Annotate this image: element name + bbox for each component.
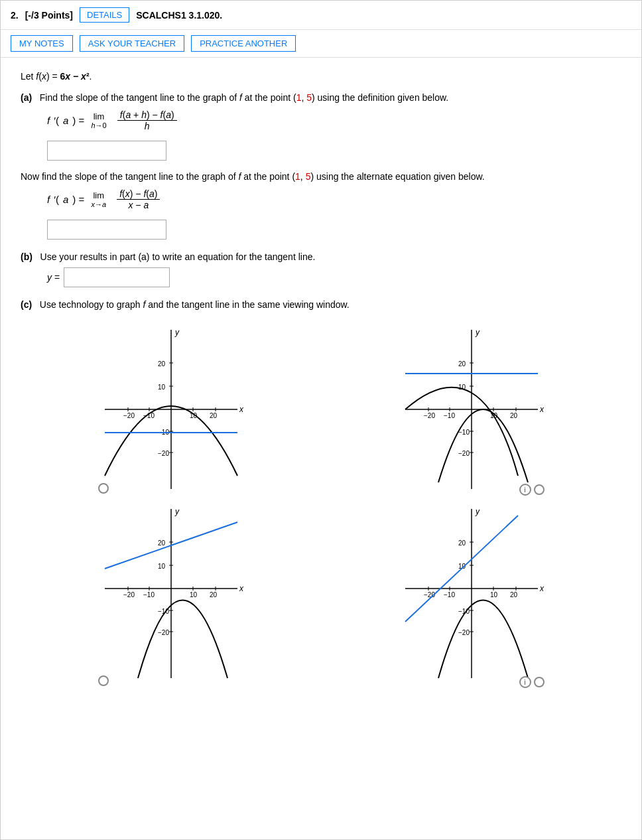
svg-text:20: 20 xyxy=(210,412,218,419)
svg-text:20: 20 xyxy=(510,591,518,598)
practice-another-button[interactable]: PRACTICE ANOTHER xyxy=(191,35,296,52)
svg-text:x: x xyxy=(239,584,244,593)
svg-text:−20: −20 xyxy=(458,450,470,457)
svg-text:x: x xyxy=(539,405,545,414)
svg-text:x: x xyxy=(239,405,244,414)
graph-4: y x 20 10 −10 −20 −20 −10 xyxy=(399,502,545,688)
svg-text:−20: −20 xyxy=(424,412,435,419)
answer-input-2[interactable] xyxy=(47,220,166,240)
svg-text:20: 20 xyxy=(458,360,466,368)
svg-text:y: y xyxy=(475,507,480,516)
svg-text:y: y xyxy=(174,507,180,516)
svg-text:−20: −20 xyxy=(158,450,169,457)
graph-2-info-icon[interactable]: i xyxy=(519,484,531,496)
svg-text:−20: −20 xyxy=(123,591,135,598)
svg-text:20: 20 xyxy=(158,360,166,368)
svg-text:10: 10 xyxy=(158,384,166,391)
svg-text:20: 20 xyxy=(158,539,166,547)
graph-1: y x 20 10 −10 −20 −20 −10 xyxy=(98,323,244,496)
graph-2-radio[interactable] xyxy=(534,484,545,495)
problem-id: SCALCHS1 3.1.020. xyxy=(136,10,222,21)
part-a: (a) Find the slope of the tangent line t… xyxy=(21,92,621,240)
graph-4-info-icon[interactable]: i xyxy=(519,676,531,688)
y-equals-label: y = xyxy=(47,272,60,283)
problem-number: 2. xyxy=(11,10,19,21)
svg-text:−10: −10 xyxy=(444,412,455,419)
graphs-section: y x 20 10 −10 −20 −20 −10 xyxy=(21,323,621,688)
graph-4-radio[interactable] xyxy=(534,677,545,687)
details-button[interactable]: DETAILS xyxy=(80,7,129,23)
svg-text:−20: −20 xyxy=(123,412,135,419)
formula-1: f′(a) = lim h→0 f(a + h) − f(a) h xyxy=(47,109,621,131)
graph-2: y x 20 10 −10 −20 −20 −10 xyxy=(399,323,545,496)
let-statement: Let f(x) = 6x − x². xyxy=(21,71,621,82)
svg-text:y: y xyxy=(475,328,480,337)
ask-teacher-button[interactable]: ASK YOUR TEACHER xyxy=(80,35,184,52)
svg-text:x: x xyxy=(539,584,545,593)
svg-text:20: 20 xyxy=(510,412,518,419)
svg-text:−10: −10 xyxy=(444,591,455,598)
formula-2: f′(a) = lim x→a f(x) − f(a) x − a xyxy=(47,188,621,210)
my-notes-button[interactable]: MY NOTES xyxy=(11,35,73,52)
svg-text:10: 10 xyxy=(158,563,166,570)
svg-text:10: 10 xyxy=(190,591,198,598)
answer-input-1[interactable] xyxy=(47,141,166,161)
svg-text:10: 10 xyxy=(490,591,498,598)
svg-text:20: 20 xyxy=(458,539,466,547)
svg-text:y: y xyxy=(174,328,180,337)
points-label: [-/3 Points] xyxy=(25,10,73,21)
part-b: (b) Use your results in part (a) to writ… xyxy=(21,251,621,287)
tangent-equation-input[interactable] xyxy=(64,267,170,287)
svg-text:−10: −10 xyxy=(143,591,155,598)
graph-3-radio[interactable] xyxy=(98,675,109,686)
part-c: (c) Use technology to graph f and the ta… xyxy=(21,299,621,310)
graph-1-radio[interactable] xyxy=(98,483,109,494)
svg-text:−20: −20 xyxy=(458,629,470,636)
svg-text:20: 20 xyxy=(210,591,218,598)
graph-3: y x 20 10 −10 −20 −20 −10 xyxy=(98,502,244,688)
svg-line-83 xyxy=(405,516,518,622)
svg-text:−20: −20 xyxy=(158,629,169,636)
